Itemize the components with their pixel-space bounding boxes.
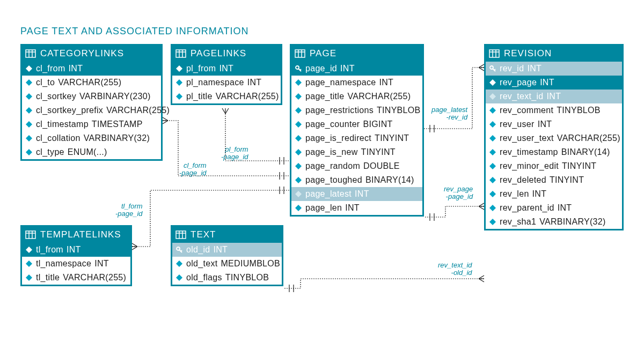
table-page: PAGEpage_id INTpage_namespace INTpage_ti…	[290, 44, 424, 217]
column-row: rev_comment TINYBLOB	[486, 103, 622, 117]
column-name: tl_title	[36, 273, 60, 282]
column-type: INT	[558, 203, 572, 213]
column-row: page_is_new TINYINT	[291, 145, 422, 159]
column-type: VARCHAR(255)	[58, 78, 121, 87]
column-name: cl_to	[36, 78, 55, 87]
column-type: INT	[527, 64, 541, 73]
diagram-title: PAGE TEXT AND ASSOCIATED INFORMATION	[20, 26, 248, 37]
svg-rect-15	[489, 50, 499, 57]
column-name: page_title	[305, 92, 344, 101]
column-row: tl_from INT	[22, 243, 130, 257]
column-row: cl_collation VARBINARY(32)	[22, 131, 161, 145]
column-name: tl_from	[36, 245, 63, 255]
column-type: ENUM(...)	[68, 147, 107, 157]
column-name: cl_type	[36, 147, 64, 157]
column-type: INT	[247, 78, 262, 87]
table-name: TEMPLATELINKS	[40, 229, 121, 240]
column-name: old_id	[186, 245, 210, 255]
column-type: INT	[340, 64, 355, 73]
column-type: INT	[355, 189, 369, 199]
column-type: VARBINARY(32)	[84, 133, 150, 143]
column-name: rev_text_id	[500, 92, 544, 101]
column-row: cl_from INT	[22, 62, 161, 76]
table-categorylinks: CATEGORYLINKScl_from INTcl_to VARCHAR(25…	[20, 44, 163, 161]
svg-rect-4	[176, 50, 186, 57]
column-type: VARCHAR(255)	[557, 133, 620, 143]
relation-label: rev_text_id-old_id	[438, 262, 472, 277]
column-row: old_flags TINYBLOB	[172, 271, 282, 285]
table-name: CATEGORYLINKS	[40, 48, 124, 59]
svg-line-14	[300, 69, 301, 70]
column-type: VARCHAR(255)	[106, 106, 170, 115]
column-name: page_is_redirect	[305, 133, 371, 143]
svg-line-21	[494, 69, 495, 70]
svg-rect-26	[176, 231, 186, 239]
column-name: rev_page	[500, 78, 537, 87]
column-row: rev_page INT	[486, 76, 622, 90]
column-name: cl_sortkey_prefix	[36, 106, 103, 115]
column-row: page_counter BIGINT	[291, 117, 422, 131]
table-revision: REVISIONrev_id INTrev_page INTrev_text_i…	[484, 44, 624, 230]
column-name: rev_len	[500, 189, 529, 199]
column-row: rev_deleted TINYINT	[486, 173, 622, 187]
table-name: PAGELINKS	[191, 48, 246, 59]
column-type: INT	[94, 259, 109, 269]
column-row: page_namespace INT	[291, 76, 422, 90]
column-row: pl_from INT	[172, 62, 281, 76]
column-type: VARCHAR(255)	[347, 92, 411, 101]
table-header: REVISION	[486, 46, 622, 62]
column-row: rev_user INT	[486, 117, 622, 131]
column-name: rev_parent_id	[500, 203, 554, 213]
column-row: pl_namespace INT	[172, 76, 281, 90]
column-name: rev_deleted	[500, 175, 546, 185]
column-row: page_id INT	[291, 62, 422, 76]
column-name: page_restrictions	[305, 106, 374, 115]
column-name: rev_user	[500, 120, 535, 129]
column-type: TINYBLOB	[225, 273, 269, 282]
relation-label: tl_form-page_id	[115, 203, 143, 218]
column-type: INT	[219, 64, 233, 73]
column-name: rev_minor_edit	[500, 161, 559, 171]
relation-label: cl_form-page_id	[179, 162, 207, 177]
table-header: TEMPLATELINKS	[22, 227, 130, 243]
column-name: pl_from	[186, 64, 216, 73]
column-type: TINYINT	[361, 147, 396, 157]
svg-rect-0	[26, 50, 35, 57]
column-name: cl_from	[36, 64, 65, 73]
column-name: old_text	[186, 259, 217, 269]
table-pagelinks: PAGELINKSpl_from INTpl_namespace INTpl_t…	[171, 44, 282, 105]
table-header: TEXT	[172, 227, 282, 243]
column-type: TINYBLOB	[557, 106, 601, 115]
column-row: page_is_redirect TINYINT	[291, 131, 422, 145]
column-row: page_len INT	[291, 201, 422, 215]
column-row: old_text MEDIUMBLOB	[172, 257, 282, 271]
column-name: cl_timestamp	[36, 120, 89, 129]
column-name: pl_title	[186, 92, 213, 101]
table-header: PAGE	[291, 46, 422, 62]
column-name: pl_namespace	[186, 78, 244, 87]
column-row: page_toughed BINARY(14)	[291, 173, 422, 187]
column-type: VARCHAR(255)	[63, 273, 126, 282]
column-row: tl_namespace INT	[22, 257, 130, 271]
column-name: page_id	[305, 64, 337, 73]
table-header: PAGELINKS	[172, 46, 281, 62]
column-name: page_is_new	[305, 147, 358, 157]
table-header: CATEGORYLINKS	[22, 46, 161, 62]
column-type: BINARY(14)	[561, 147, 610, 157]
column-row: old_id INT	[172, 243, 282, 257]
column-row: page_latest INT	[291, 187, 422, 201]
column-type: INT	[538, 120, 552, 129]
column-name: page_toughed	[305, 175, 362, 185]
column-name: page_len	[305, 203, 342, 213]
column-type: INT	[532, 189, 547, 199]
column-row: tl_title VARCHAR(255)	[22, 271, 130, 285]
column-type: INT	[379, 78, 393, 87]
column-name: cl_collation	[36, 133, 80, 143]
column-type: INT	[540, 78, 554, 87]
column-type: TINYINT	[550, 175, 584, 185]
table-name: TEXT	[191, 229, 216, 240]
column-type: VARBINARY(230)	[79, 92, 151, 101]
column-name: rev_timestamp	[500, 147, 558, 157]
table-name: PAGE	[310, 48, 336, 59]
column-name: rev_sha1	[500, 217, 536, 227]
